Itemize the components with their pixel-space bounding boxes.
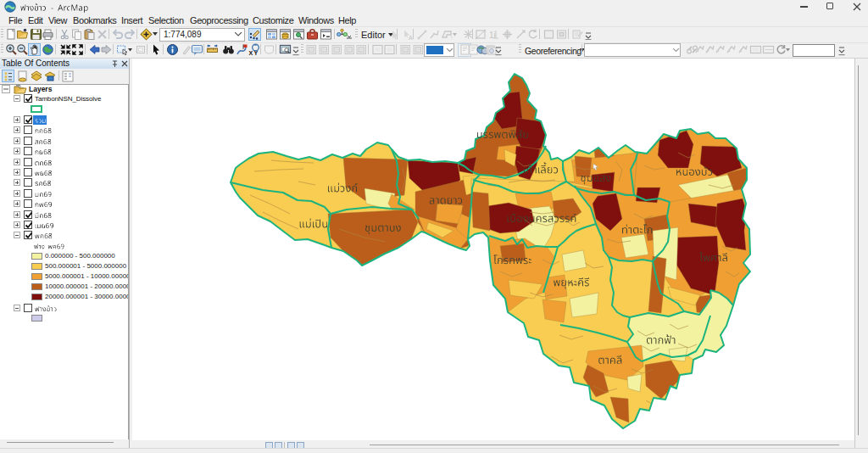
svg-text:Y: Y <box>254 50 259 56</box>
svg-text:X: X <box>249 50 253 56</box>
